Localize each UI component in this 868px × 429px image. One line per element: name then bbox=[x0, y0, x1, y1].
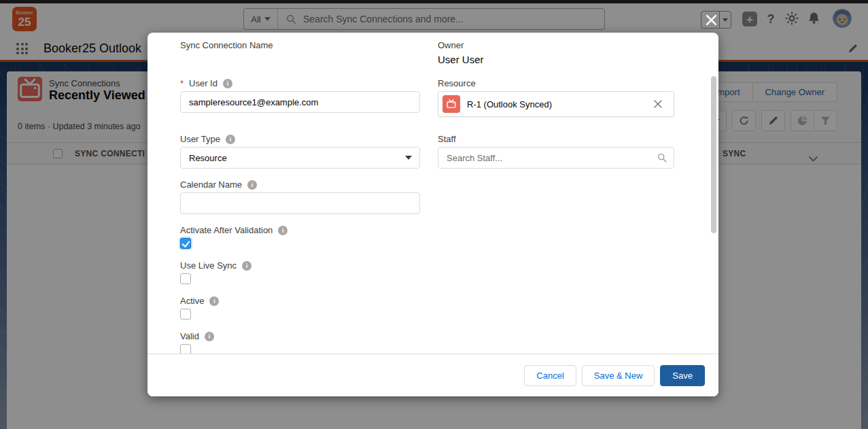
save-button[interactable]: Save bbox=[660, 365, 705, 386]
user-type-info-icon[interactable]: i bbox=[226, 135, 235, 144]
resource-label: Resource bbox=[438, 78, 476, 88]
owner-value: User User bbox=[438, 54, 674, 65]
activate-after-validation-label: Activate After Validation bbox=[180, 225, 273, 235]
close-icon bbox=[654, 100, 662, 108]
valid-info-icon[interactable]: i bbox=[205, 332, 214, 341]
required-asterisk: * bbox=[180, 78, 184, 88]
new-sync-connection-modal: Sync Connection Name Owner User User * U… bbox=[147, 33, 718, 396]
owner-label: Owner bbox=[438, 40, 464, 50]
staff-search-input[interactable] bbox=[438, 147, 674, 169]
field-sync-connection-name: Sync Connection Name bbox=[180, 39, 420, 53]
user-id-label: User Id bbox=[189, 78, 218, 88]
active-checkbox[interactable] bbox=[180, 309, 191, 320]
field-valid: Valid i bbox=[180, 330, 420, 355]
field-user-type: User Type i bbox=[180, 133, 420, 169]
calendar-name-label: Calendar Name bbox=[180, 179, 242, 190]
field-resource: Resource R-1 (Outlook Synced) bbox=[438, 78, 674, 117]
resource-pill-entity-icon bbox=[442, 95, 460, 113]
calendar-name-info-icon[interactable]: i bbox=[247, 180, 257, 190]
field-staff: Staff bbox=[438, 133, 674, 169]
field-use-live-sync: Use Live Sync i bbox=[180, 260, 420, 284]
resource-lookup-pill[interactable]: R-1 (Outlook Synced) bbox=[438, 91, 674, 117]
close-icon bbox=[706, 14, 717, 26]
calendar-name-input[interactable] bbox=[180, 192, 420, 214]
field-activate-after-validation: Activate After Validation i bbox=[180, 224, 420, 249]
active-info-icon[interactable]: i bbox=[209, 296, 219, 306]
cancel-button[interactable]: Cancel bbox=[524, 365, 576, 386]
field-calendar-name: Calendar Name i bbox=[180, 179, 420, 214]
user-id-info-icon[interactable]: i bbox=[223, 79, 232, 88]
modal-footer: Cancel Save & New Save bbox=[147, 354, 718, 396]
save-and-new-button[interactable]: Save & New bbox=[582, 365, 655, 386]
modal-form: Sync Connection Name Owner User User * U… bbox=[180, 39, 674, 355]
modal-scrollbar-thumb[interactable] bbox=[711, 76, 716, 233]
active-label: Active bbox=[180, 296, 204, 306]
use-live-sync-checkbox[interactable] bbox=[180, 273, 191, 284]
activate-info-icon[interactable]: i bbox=[278, 226, 288, 235]
use-live-sync-label: Use Live Sync bbox=[180, 260, 237, 271]
modal-close-button[interactable] bbox=[701, 11, 721, 29]
valid-label: Valid bbox=[180, 331, 199, 341]
staff-label: Staff bbox=[438, 134, 456, 144]
screen: Booker 25 All + ? bbox=[0, 0, 868, 429]
field-owner: Owner User User bbox=[438, 39, 674, 65]
activate-after-validation-checkbox[interactable] bbox=[180, 238, 191, 249]
resource-pill-remove-button[interactable] bbox=[650, 97, 665, 111]
field-active: Active i bbox=[180, 295, 420, 320]
resource-pill-label: R-1 (Outlook Synced) bbox=[467, 99, 552, 109]
user-id-input[interactable] bbox=[180, 91, 420, 113]
sync-connection-name-label: Sync Connection Name bbox=[180, 40, 273, 50]
use-live-sync-info-icon[interactable]: i bbox=[242, 261, 251, 271]
user-type-label: User Type bbox=[180, 134, 220, 144]
tv-icon bbox=[446, 99, 457, 109]
field-user-id: * User Id i bbox=[180, 78, 420, 113]
user-type-select[interactable] bbox=[180, 147, 420, 169]
